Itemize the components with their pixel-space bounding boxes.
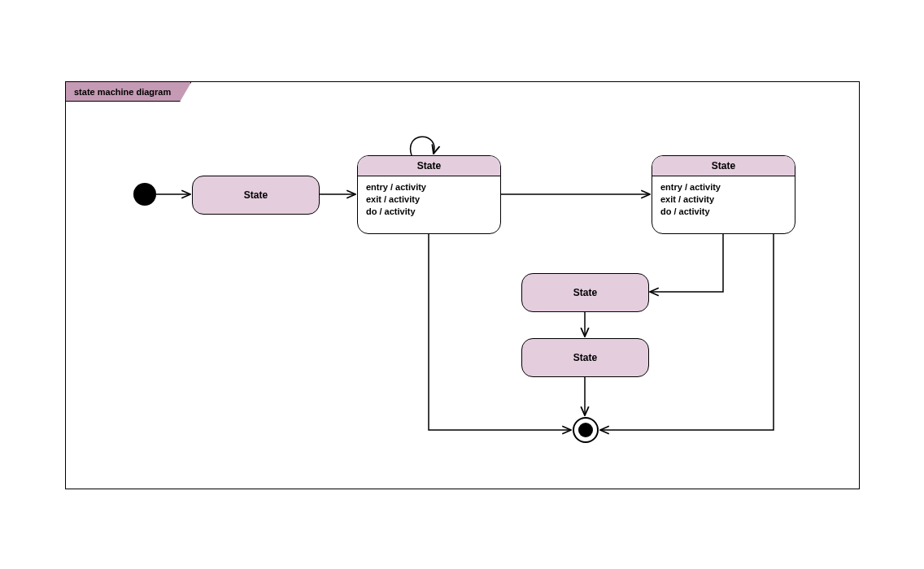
state-activities: entry / activity exit / activity do / ac… — [652, 176, 795, 223]
entry-activity: entry / activity — [660, 181, 787, 193]
transition-s3-s4 — [650, 234, 723, 292]
state-label: State — [358, 156, 500, 176]
entry-activity: entry / activity — [366, 181, 492, 193]
state-node-1: State — [192, 176, 320, 215]
frame-title: state machine diagram — [74, 87, 171, 97]
state-activities: entry / activity exit / activity do / ac… — [358, 176, 500, 223]
state-label: State — [573, 352, 597, 363]
initial-state — [133, 183, 156, 206]
transition-s3-final — [600, 234, 774, 430]
final-state — [573, 417, 599, 443]
transitions — [66, 82, 859, 489]
state-node-5: State — [521, 338, 649, 377]
state-label: State — [652, 156, 795, 176]
exit-activity: exit / activity — [366, 193, 492, 206]
diagram-frame: state machine diagram State State entry … — [65, 81, 860, 489]
state-node-3: State entry / activity exit / activity d… — [652, 155, 795, 234]
state-label: State — [244, 189, 268, 201]
state-node-2: State entry / activity exit / activity d… — [357, 155, 501, 234]
do-activity: do / activity — [366, 206, 492, 218]
state-node-4: State — [521, 273, 649, 312]
state-label: State — [573, 287, 597, 298]
transition-s2-final — [429, 234, 571, 430]
transition-s2-self — [411, 137, 434, 155]
do-activity: do / activity — [660, 206, 787, 218]
frame-title-tab: state machine diagram — [66, 82, 191, 102]
exit-activity: exit / activity — [660, 193, 787, 206]
